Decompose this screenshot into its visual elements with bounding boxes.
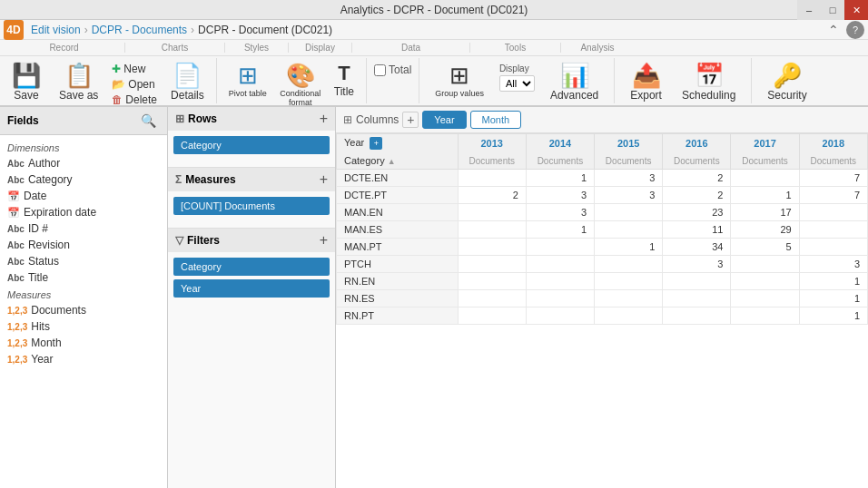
field-documents[interactable]: 1,2,3 Documents	[0, 302, 167, 318]
value-cell-2013	[458, 307, 526, 325]
value-cell-2015	[595, 204, 663, 221]
section-charts-label: Charts	[125, 43, 225, 53]
rows-category-item[interactable]: Category	[173, 136, 330, 154]
year-2018-header[interactable]: 2018	[799, 134, 867, 153]
field-123-icon-year: 1,2,3	[7, 355, 27, 365]
field-month[interactable]: 1,2,3 Month	[0, 335, 167, 351]
year-2016-header[interactable]: 2016	[663, 134, 731, 153]
save-as-icon: 📋	[64, 63, 94, 87]
value-cell-2017	[731, 256, 799, 273]
value-cell-2017: 17	[731, 204, 799, 221]
columns-grid-icon: ⊞	[343, 113, 352, 126]
save-as-button[interactable]: 📋 Save as	[51, 60, 106, 105]
value-cell-2015: 1	[595, 239, 663, 256]
group-values-icon: ⊞	[449, 63, 469, 87]
measures-count-documents-item[interactable]: [COUNT] Documents	[173, 197, 330, 215]
field-title[interactable]: Abc Title	[0, 269, 167, 286]
breadcrumb-dcpr-documents[interactable]: DCPR - Documents	[92, 24, 187, 36]
field-abc-icon-id: Abc	[7, 224, 25, 234]
conditional-format-button[interactable]: 🎨 Conditional format	[279, 60, 322, 111]
security-button[interactable]: 🔑 Security	[759, 60, 814, 105]
display-select[interactable]: All	[499, 75, 535, 92]
section-display-label: Display	[289, 43, 352, 53]
field-id[interactable]: Abc ID #	[0, 220, 167, 237]
group-values-button[interactable]: ⊞ Group values	[427, 60, 492, 102]
field-year[interactable]: 1,2,3 Year	[0, 351, 167, 367]
data-table-container: Year + 2013 2014 2015 2016 2017 2018 Cat…	[336, 133, 868, 488]
export-button[interactable]: 📤 Export	[622, 60, 670, 105]
filters-section: ▽ Filters + Category Year	[168, 229, 335, 488]
minimize-button[interactable]: –	[797, 0, 821, 20]
category-sub-header: Category ▲	[337, 152, 459, 170]
field-author[interactable]: Abc Author	[0, 155, 167, 171]
total-checkbox[interactable]	[374, 64, 386, 76]
year-tab[interactable]: Year	[422, 111, 466, 129]
measures-section: Σ Measures + [COUNT] Documents	[168, 168, 335, 229]
delete-button[interactable]: 🗑 Delete	[108, 93, 161, 107]
value-cell-2014: 1	[526, 221, 594, 239]
pivot-table-button[interactable]: ⊞ Pivot table	[221, 60, 275, 102]
filter-year-item[interactable]: Year	[173, 279, 330, 298]
title-button[interactable]: T Title	[326, 60, 362, 102]
title-bar: Analytics - DCPR - Document (DC021) – □ …	[0, 0, 868, 20]
doc-2014-sub-header: Documents	[526, 152, 594, 170]
advanced-button[interactable]: 📊 Advanced	[542, 60, 607, 105]
year-2017-header[interactable]: 2017	[731, 134, 799, 153]
value-cell-2017	[731, 307, 799, 325]
save-button[interactable]: 💾 Save	[4, 60, 49, 105]
measures-add-button[interactable]: +	[320, 171, 328, 188]
filter-category-item[interactable]: Category	[173, 258, 330, 276]
filters-add-button[interactable]: +	[320, 232, 328, 249]
measures-sigma-icon: Σ	[175, 173, 182, 186]
field-123-icon-hits: 1,2,3	[7, 322, 27, 332]
rows-add-button[interactable]: +	[320, 111, 328, 127]
field-revision[interactable]: Abc Revision	[0, 237, 167, 253]
value-cell-2017	[731, 170, 799, 187]
field-date[interactable]: 📅 Date	[0, 188, 167, 204]
value-cell-2018: 7	[799, 170, 867, 187]
export-icon: 📤	[632, 63, 661, 87]
category-cell: MAN.PT	[337, 239, 459, 256]
fields-search-button[interactable]: 🔍	[137, 112, 160, 130]
field-abc-icon-revision: Abc	[7, 240, 25, 250]
new-icon: ✚	[112, 63, 121, 75]
collapse-button[interactable]: ⌃	[824, 22, 843, 38]
field-hits[interactable]: 1,2,3 Hits	[0, 318, 167, 335]
value-cell-2017	[731, 273, 799, 290]
year-2014-header[interactable]: 2014	[526, 134, 594, 153]
table-header-row-2: Category ▲ Documents Documents Documents…	[337, 152, 868, 170]
total-checkbox-label[interactable]: Total	[374, 63, 411, 76]
measures-title: Measures	[185, 173, 235, 186]
close-button[interactable]: ✕	[844, 0, 868, 20]
display-group: Total	[367, 58, 419, 103]
open-button[interactable]: 📂 Open	[108, 77, 161, 92]
window-controls: – □ ✕	[797, 0, 868, 20]
details-button[interactable]: 📄 Details	[163, 60, 212, 105]
breadcrumb-edit-vision[interactable]: Edit vision	[31, 24, 81, 36]
value-cell-2016: 34	[663, 239, 731, 256]
charts-group: ⊞ Pivot table 🎨 Conditional format T Tit…	[217, 58, 367, 103]
dimensions-label: Dimensions	[0, 139, 167, 155]
year-toggle-button[interactable]: +	[370, 137, 382, 150]
record-group: 💾 Save 📋 Save as ✚ New 📂 Open 🗑	[0, 58, 217, 103]
rows-grid-icon: ⊞	[175, 112, 184, 125]
columns-add-button[interactable]: +	[402, 112, 419, 128]
section-tools-label: Tools	[470, 43, 561, 53]
field-category[interactable]: Abc Category	[0, 171, 167, 188]
value-cell-2018: 1	[799, 290, 867, 307]
year-2015-header[interactable]: 2015	[595, 134, 663, 153]
middle-panel: ⊞ Rows + Category Σ Measures + [COUNT] D…	[168, 107, 336, 488]
year-2013-header[interactable]: 2013	[458, 134, 526, 153]
field-expiration-date[interactable]: 📅 Expiration date	[0, 204, 167, 220]
breadcrumb-sep-2: ›	[191, 24, 194, 36]
scheduling-button[interactable]: 📅 Scheduling	[674, 60, 744, 105]
new-button[interactable]: ✚ New	[108, 62, 161, 76]
field-123-icon-month: 1,2,3	[7, 338, 27, 348]
title-icon: T	[338, 63, 350, 83]
maximize-button[interactable]: □	[821, 0, 844, 20]
ribbon: Record Charts Styles Display Data Tools …	[0, 40, 868, 107]
help-button[interactable]: ?	[846, 21, 864, 39]
month-tab[interactable]: Month	[470, 111, 522, 129]
field-status[interactable]: Abc Status	[0, 253, 167, 269]
value-cell-2013	[458, 273, 526, 290]
